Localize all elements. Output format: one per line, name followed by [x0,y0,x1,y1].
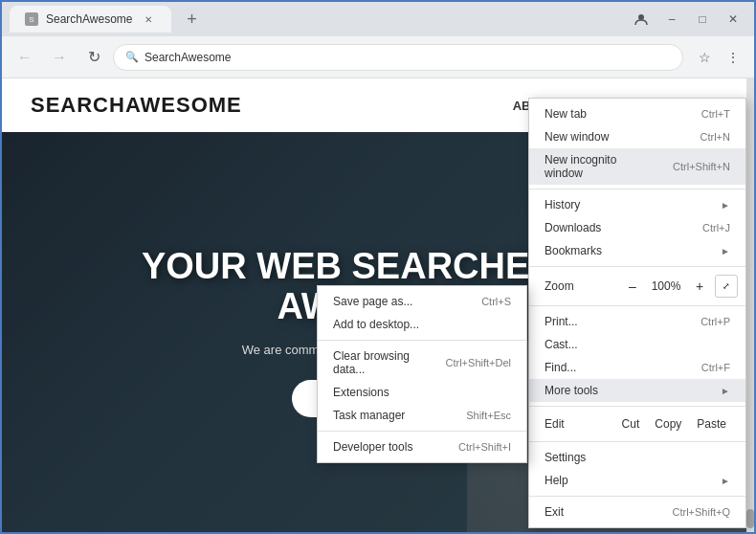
menu-new-tab[interactable]: New tab Ctrl+T [529,102,745,125]
zoom-value: 100% [648,279,684,293]
menu-clear-browsing[interactable]: Clear browsing data... Ctrl+Shift+Del [318,345,526,381]
scrollbar[interactable] [746,78,754,532]
new-tab-button[interactable]: + [179,6,206,33]
menu-zoom-row: Zoom – 100% + ⤢ [529,271,745,301]
menu-more-tools[interactable]: More tools ► [529,379,745,402]
back-button[interactable]: ← [10,42,40,73]
menu-new-incognito[interactable]: New incognito window Ctrl+Shift+N [529,148,745,185]
menu-cast[interactable]: Cast... [529,333,745,356]
menu-developer-tools[interactable]: Developer tools Ctrl+Shift+I [318,435,526,458]
browser-tab[interactable]: S SearchAwesome ✕ [10,6,171,33]
paste-button[interactable]: Paste [693,415,730,433]
edit-actions: Cut Copy Paste [618,415,730,433]
menu-downloads[interactable]: Downloads Ctrl+J [529,216,745,239]
address-bar: ← → ↻ 🔍 SearchAwesome ☆ ⋮ [2,36,754,78]
scrollbar-thumb[interactable] [746,509,754,528]
page-content: SEARCHAWESOME ABOUT SERVICES CONTACT YOU… [2,78,754,532]
menu-history[interactable]: History ► [529,193,745,216]
menu-divider [318,340,526,341]
minimize-button[interactable]: – [658,6,685,33]
more-menu-button[interactable]: ⋮ [720,44,746,71]
title-bar: S SearchAwesome ✕ + – □ ✕ [2,2,754,36]
menu-divider-b [529,266,745,267]
tab-title: SearchAwesome [46,12,133,26]
menu-divider-c [529,305,745,306]
menu-divider-a [529,189,745,189]
bookmark-star-icon[interactable]: ☆ [691,44,718,71]
zoom-label: Zoom [537,279,621,293]
url-text: SearchAwesome [145,51,671,64]
lock-icon: 🔍 [125,51,139,63]
menu-find[interactable]: Find... Ctrl+F [529,356,745,379]
zoom-controls: – 100% + ⤢ [621,275,738,298]
menu-divider-d [529,406,745,407]
menu-print[interactable]: Print... Ctrl+P [529,310,745,333]
tab-favicon: S [25,12,38,26]
svg-text:S: S [29,15,33,24]
menu-bookmarks[interactable]: Bookmarks ► [529,239,745,262]
menu-add-desktop[interactable]: Add to desktop... [318,313,526,336]
tab-close-button[interactable]: ✕ [141,11,156,27]
menu-extensions[interactable]: Extensions [318,381,526,404]
url-bar[interactable]: 🔍 SearchAwesome [113,44,683,71]
menu-divider-2 [318,431,526,432]
menu-edit-row: Edit Cut Copy Paste [529,411,745,437]
address-bar-actions: ☆ ⋮ [691,44,746,71]
menu-task-manager[interactable]: Task manager Shift+Esc [318,404,526,427]
menu-divider-e [529,441,745,442]
window-controls: – □ ✕ [628,6,746,33]
forward-button[interactable]: → [44,42,75,73]
close-button[interactable]: ✕ [720,6,746,33]
zoom-minus-button[interactable]: – [621,275,644,298]
reload-button[interactable]: ↻ [78,42,109,73]
edit-label: Edit [545,417,618,431]
zoom-plus-button[interactable]: + [688,275,711,298]
zoom-expand-button[interactable]: ⤢ [715,275,738,298]
context-submenu: Save page as... Ctrl+S Add to desktop...… [317,285,527,463]
browser-window: S SearchAwesome ✕ + – □ ✕ ← → ↻ 🔍 Search… [0,0,756,534]
menu-save-page[interactable]: Save page as... Ctrl+S [318,290,526,313]
menu-help[interactable]: Help ► [529,469,745,492]
svg-point-2 [638,14,644,20]
copy-button[interactable]: Copy [651,415,685,433]
site-logo: SEARCHAWESOME [31,93,242,118]
maximize-button[interactable]: □ [689,6,716,33]
menu-divider-f [529,496,745,497]
menu-new-window[interactable]: New window Ctrl+N [529,125,745,148]
context-menu-main: New tab Ctrl+T New window Ctrl+N New inc… [528,98,746,528]
menu-exit[interactable]: Exit Ctrl+Shift+Q [529,501,745,523]
account-icon[interactable] [628,6,655,33]
menu-settings[interactable]: Settings [529,446,745,469]
cut-button[interactable]: Cut [618,415,644,433]
